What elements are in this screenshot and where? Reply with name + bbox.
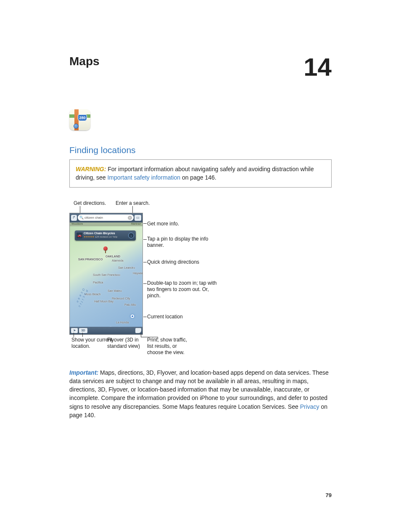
banner-title: Citizen Chain Bicycles xyxy=(84,232,127,236)
callout-enter-search: Enter a search. xyxy=(116,200,150,206)
important-text: Maps, directions, 3D, Flyover, and locat… xyxy=(69,369,329,410)
directions-button[interactable]: ↱ xyxy=(71,215,77,221)
current-location-dot xyxy=(131,315,134,318)
section-heading: Finding locations xyxy=(69,145,332,155)
connector-line xyxy=(82,333,83,337)
ocean-label: Pacific Ocean xyxy=(69,287,89,326)
map-label-strip: Woodacre Martinez xyxy=(70,222,142,226)
banner-stars: ★★★★★ xyxy=(84,236,94,238)
connector-line xyxy=(143,317,147,317)
bookmarks-button[interactable]: ▭ xyxy=(135,215,141,221)
connector-line xyxy=(141,333,141,337)
search-field[interactable]: 🔍 citizen chain × xyxy=(78,214,134,221)
city-label: Half Moon Bay xyxy=(94,300,113,304)
callout-current-location: Current location xyxy=(147,314,183,320)
warning-box: WARNING: For important information about… xyxy=(69,159,332,188)
city-label: Hayward xyxy=(133,272,143,275)
city-label: OAKLAND xyxy=(106,255,120,259)
search-icon: 🔍 xyxy=(79,216,84,220)
city-label: Pacifica xyxy=(93,281,103,285)
connector-line xyxy=(74,333,74,337)
city-label: SAN FRANCISCO xyxy=(78,258,103,262)
info-banner[interactable]: 🚗 Citizen Chain Bicycles ★★★★★ 124 revie… xyxy=(75,230,136,241)
city-label: La Honda xyxy=(116,321,129,325)
connector-line xyxy=(143,223,147,224)
callout-page-curl: Print, show traffic, list results, or ch… xyxy=(147,337,191,356)
chapter-header: Maps 14 xyxy=(69,55,332,80)
warning-text-after: on page 146. xyxy=(180,174,216,181)
locate-button[interactable]: ➤ xyxy=(71,328,78,333)
phone-screenshot: ↱ 🔍 citizen chain × ▭ Woodacre Martinez … xyxy=(69,213,143,335)
city-label: Redwood City xyxy=(112,297,130,301)
safety-info-link[interactable]: Important safety information xyxy=(107,174,180,181)
chapter-number: 14 xyxy=(303,55,332,80)
city-label: Alameda xyxy=(112,259,124,263)
page-number: 79 xyxy=(326,492,332,498)
city-label: South San Francisco xyxy=(93,273,120,277)
connector-line xyxy=(143,262,147,262)
map-canvas[interactable]: 🚗 Citizen Chain Bicycles ★★★★★ 124 revie… xyxy=(70,226,142,327)
page-curl-button[interactable] xyxy=(135,328,141,333)
city-label: San Mateo xyxy=(108,289,122,293)
privacy-link[interactable]: Privacy xyxy=(300,403,319,410)
map-pin[interactable] xyxy=(103,246,108,251)
warning-label: WARNING: xyxy=(76,166,106,172)
connector-line xyxy=(143,283,147,284)
map-top-toolbar: ↱ 🔍 citizen chain × ▭ xyxy=(70,213,142,222)
location-dot-icon xyxy=(74,124,79,129)
search-text: citizen chain xyxy=(84,216,128,220)
callout-more-info: Get more info. xyxy=(147,221,179,227)
callout-zoom: Double-tap to zoom in; tap with two fing… xyxy=(147,280,219,299)
chapter-title: Maps xyxy=(69,55,100,68)
three-d-button[interactable]: 3D xyxy=(79,328,87,333)
callout-tap-pin: Tap a pin to display the info banner. xyxy=(147,236,219,249)
route-shield-icon: 280 xyxy=(78,114,87,121)
city-label: Palo Alto xyxy=(124,303,136,307)
maps-figure: Get directions. Enter a search. ↱ 🔍 citi… xyxy=(69,200,332,356)
banner-reviews: 124 reviews on Yelp xyxy=(95,236,117,238)
car-icon[interactable]: 🚗 xyxy=(77,233,82,238)
callout-get-directions: Get directions. xyxy=(74,200,106,206)
map-bottom-toolbar: ➤ 3D xyxy=(70,327,142,334)
callout-flyover: Flyover (3D in standard view) xyxy=(107,337,151,349)
city-label: San Leandro xyxy=(118,266,135,270)
connector-line xyxy=(143,239,147,240)
clear-icon[interactable]: × xyxy=(128,216,132,220)
important-paragraph: Important: Maps, directions, 3D, Flyover… xyxy=(69,368,332,420)
maps-app-icon: 280 xyxy=(69,109,90,130)
important-label: Important: xyxy=(69,369,98,376)
info-icon[interactable]: › xyxy=(128,233,134,238)
callout-quick-directions: Quick driving directions xyxy=(147,259,199,265)
